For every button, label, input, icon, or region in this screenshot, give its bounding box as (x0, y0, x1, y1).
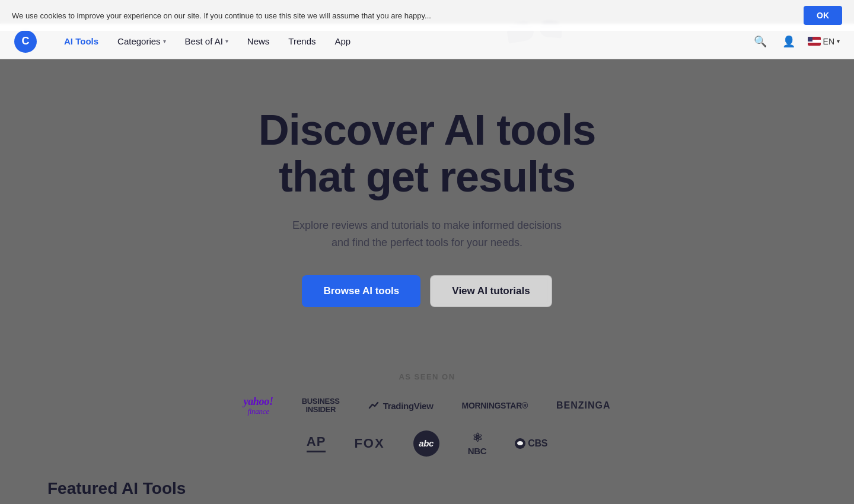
fox-logo: FOX (354, 436, 384, 451)
benzinga-logo: BENZINGA (556, 400, 611, 411)
nav-item-app[interactable]: App (326, 31, 359, 51)
featured-ai-tools-title: Featured AI Tools (47, 479, 186, 498)
featured-ai-tools-section: Featured AI Tools (47, 479, 186, 504)
tradingview-logo: TradingView (368, 400, 434, 412)
logos-row-1: yahoo!finance BUSINESS INSIDER TradingVi… (243, 395, 610, 416)
cbs-logo: CBS (515, 438, 547, 449)
hero-section: Discover AI tools that get results Explo… (247, 71, 608, 372)
nav-item-best-of-ai[interactable]: Best of AI ▾ (177, 31, 237, 51)
as-seen-on-section: AS SEEN ON yahoo!finance BUSINESS INSIDE… (243, 372, 610, 471)
language-selector[interactable]: EN ▾ (808, 37, 840, 46)
chevron-down-icon: ▾ (225, 38, 228, 44)
cbs-eye-icon (515, 438, 525, 449)
hero-title: Discover AI tools that get results (259, 107, 596, 200)
nav-item-ai-tools[interactable]: AI Tools (56, 31, 107, 51)
nbc-logo: ⚛ NBC (468, 430, 487, 456)
logo-icon: C (14, 30, 37, 53)
nbc-peacock-icon: ⚛ (472, 430, 483, 445)
chevron-down-icon: ▾ (837, 38, 840, 44)
nav-item-news[interactable]: News (239, 31, 278, 51)
cookie-text: We use cookies to improve your experienc… (12, 11, 792, 20)
morningstar-logo: MORNINGSTAR® (462, 401, 528, 410)
nav-logo[interactable]: C (14, 30, 37, 53)
as-seen-on-label: AS SEEN ON (243, 372, 610, 381)
tradingview-icon (368, 400, 380, 412)
user-icon[interactable]: 👤 (779, 32, 798, 51)
search-icon[interactable]: 🔍 (751, 32, 770, 51)
chevron-down-icon: ▾ (163, 38, 166, 44)
nav-links: AI Tools Categories ▾ Best of AI ▾ News … (56, 31, 751, 51)
logos-row-2: AP FOX abc ⚛ NBC CBS (243, 430, 610, 457)
nav-right: 🔍 👤 EN ▾ (751, 32, 840, 51)
cookie-ok-button[interactable]: OK (804, 6, 842, 25)
browse-ai-tools-button[interactable]: Browse AI tools (302, 275, 420, 307)
cookie-banner: We use cookies to improve your experienc… (0, 0, 854, 31)
ap-logo: AP (307, 434, 326, 452)
nav-item-trends[interactable]: Trends (280, 31, 324, 51)
flag-icon (808, 37, 821, 46)
view-tutorials-button[interactable]: View AI tutorials (430, 275, 552, 307)
abc-logo: abc (413, 430, 439, 457)
yahoo-finance-logo: yahoo!finance (243, 395, 273, 416)
business-insider-logo: BUSINESS INSIDER (302, 397, 340, 414)
nav-item-categories[interactable]: Categories ▾ (109, 31, 174, 51)
main-content: Discover AI tools that get results Explo… (0, 0, 854, 504)
hero-subtitle: Explore reviews and tutorials to make in… (259, 217, 596, 251)
cta-buttons: Browse AI tools View AI tutorials (259, 275, 596, 307)
